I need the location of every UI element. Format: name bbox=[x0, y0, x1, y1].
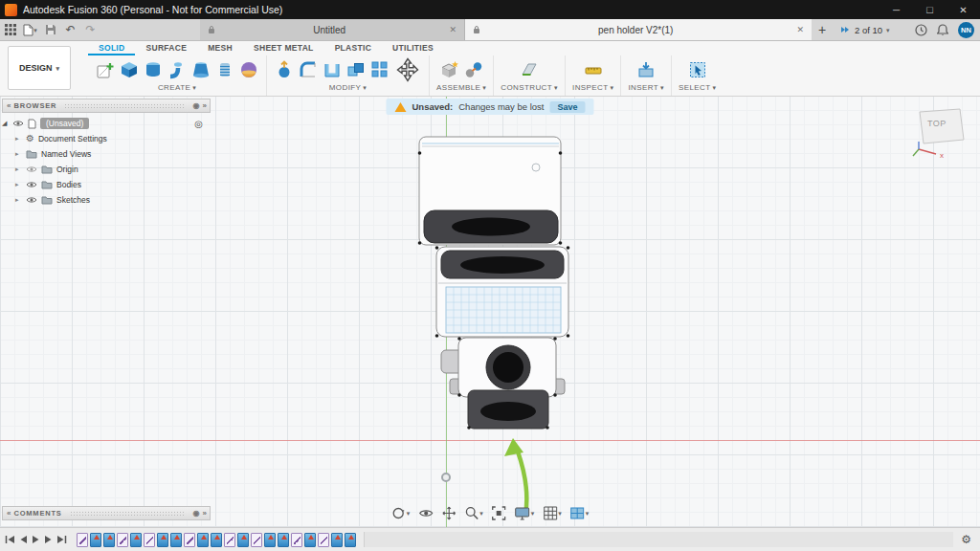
timeline-sketch-icon[interactable] bbox=[77, 533, 88, 547]
collapse-panel-icon[interactable]: « bbox=[7, 101, 10, 110]
construction-plane-icon[interactable] bbox=[519, 59, 540, 80]
browser-item-sketches[interactable]: ▸ Sketches bbox=[2, 192, 211, 208]
group-label-insert[interactable]: INSERT bbox=[628, 83, 664, 92]
view-cube[interactable]: x TOP bbox=[911, 105, 970, 161]
panel-options-icon[interactable]: ◉ bbox=[193, 101, 199, 110]
timeline-sketch-icon[interactable] bbox=[144, 533, 155, 547]
go-to-end-icon[interactable] bbox=[56, 535, 67, 544]
pattern-icon[interactable] bbox=[369, 59, 390, 80]
shell-icon[interactable] bbox=[322, 59, 343, 80]
browser-panel-header[interactable]: « BROWSER ◉ » bbox=[2, 99, 211, 113]
select-icon[interactable] bbox=[687, 59, 708, 80]
new-document-tab-button[interactable]: + bbox=[812, 19, 833, 40]
timeline-extrude-icon[interactable] bbox=[264, 533, 276, 547]
look-at-icon[interactable] bbox=[415, 507, 435, 519]
thread-icon[interactable] bbox=[214, 59, 235, 80]
play-icon[interactable] bbox=[32, 535, 40, 544]
expand-panel-icon[interactable]: » bbox=[203, 101, 206, 110]
visibility-eye-icon[interactable] bbox=[26, 165, 37, 173]
timeline-extrude-icon[interactable] bbox=[237, 533, 249, 547]
document-root-label[interactable]: (Unsaved) bbox=[40, 118, 89, 129]
expand-triangle-icon[interactable]: ◢ bbox=[2, 120, 9, 127]
group-label-create[interactable]: CREATE bbox=[158, 83, 196, 92]
expand-triangle-icon[interactable]: ▸ bbox=[15, 165, 22, 173]
timeline-extrude-icon[interactable] bbox=[211, 533, 222, 547]
viewports-icon[interactable] bbox=[568, 506, 592, 520]
new-component-icon[interactable] bbox=[439, 59, 460, 80]
group-label-modify[interactable]: MODIFY bbox=[329, 83, 367, 92]
expand-triangle-icon[interactable]: ▸ bbox=[15, 181, 22, 188]
user-avatar[interactable]: NN bbox=[958, 22, 974, 38]
loft-icon[interactable] bbox=[190, 59, 212, 80]
app-grid-icon[interactable] bbox=[0, 19, 20, 40]
browser-root-row[interactable]: ◢ (Unsaved) ◎ bbox=[2, 116, 211, 131]
tab-surface[interactable]: SURFACE bbox=[135, 40, 197, 55]
visibility-eye-icon[interactable] bbox=[12, 120, 24, 127]
timeline-extrude-icon[interactable] bbox=[331, 533, 343, 547]
workspace-selector-button[interactable]: DESIGN bbox=[8, 46, 71, 90]
display-settings-icon[interactable] bbox=[512, 506, 538, 521]
activate-component-icon[interactable]: ◎ bbox=[194, 119, 203, 129]
tab-utilities[interactable]: UTILITIES bbox=[382, 40, 444, 55]
save-icon[interactable] bbox=[40, 19, 60, 40]
timeline-extrude-icon[interactable] bbox=[157, 533, 168, 547]
document-limit-counter[interactable]: 2 of 10 bbox=[840, 25, 890, 35]
notifications-bell-icon[interactable] bbox=[937, 24, 948, 36]
timeline-sketch-icon[interactable] bbox=[318, 533, 329, 547]
tab-close-icon[interactable] bbox=[796, 25, 804, 34]
browser-item-named-views[interactable]: ▸ Named Views bbox=[2, 146, 211, 162]
close-icon[interactable] bbox=[947, 0, 980, 19]
group-label-inspect[interactable]: INSPECT bbox=[572, 83, 613, 92]
create-form-icon[interactable] bbox=[238, 59, 259, 80]
move-copy-icon[interactable] bbox=[393, 56, 422, 83]
comments-panel-header[interactable]: « COMMENTS ◉ » bbox=[2, 506, 211, 520]
visibility-eye-icon[interactable] bbox=[26, 181, 37, 188]
tab-mesh[interactable]: MESH bbox=[197, 40, 243, 55]
tab-close-icon[interactable] bbox=[449, 25, 457, 34]
timeline-extrude-icon[interactable] bbox=[103, 533, 115, 547]
minimize-icon[interactable] bbox=[880, 0, 913, 19]
orbit-icon[interactable] bbox=[389, 505, 413, 521]
grid-display-icon[interactable] bbox=[540, 505, 565, 521]
group-label-select[interactable]: SELECT bbox=[679, 83, 716, 92]
step-forward-icon[interactable] bbox=[44, 535, 53, 544]
viewport-canvas[interactable]: Unsaved: Changes may be lost Save « BROW… bbox=[0, 96, 980, 528]
timeline-extrude-icon[interactable] bbox=[130, 533, 142, 547]
panel-drag-grip[interactable] bbox=[70, 511, 186, 516]
tab-solid[interactable]: SOLID bbox=[88, 40, 135, 55]
panel-options-icon[interactable]: ◉ bbox=[193, 509, 199, 518]
expand-triangle-icon[interactable]: ▸ bbox=[15, 135, 22, 143]
timeline-extrude-icon[interactable] bbox=[197, 533, 209, 547]
revolve-icon[interactable] bbox=[143, 59, 164, 80]
timeline-extrude-icon[interactable] bbox=[278, 533, 289, 547]
clock-icon[interactable] bbox=[915, 24, 927, 36]
extrude-icon[interactable] bbox=[119, 59, 140, 80]
timeline-extrude-icon[interactable] bbox=[90, 533, 101, 547]
timeline-extrude-icon[interactable] bbox=[304, 533, 316, 547]
tab-sheet-metal[interactable]: SHEET METAL bbox=[243, 40, 324, 55]
panel-drag-grip[interactable] bbox=[64, 103, 185, 108]
measure-icon[interactable] bbox=[583, 59, 604, 80]
group-label-assemble[interactable]: ASSEMBLE bbox=[436, 83, 486, 92]
maximize-icon[interactable] bbox=[913, 0, 947, 19]
step-back-icon[interactable] bbox=[19, 535, 28, 544]
timeline-sketch-icon[interactable] bbox=[117, 533, 128, 547]
timeline-extrude-icon[interactable] bbox=[170, 533, 182, 547]
press-pull-icon[interactable] bbox=[274, 59, 295, 80]
browser-item-bodies[interactable]: ▸ Bodies bbox=[2, 177, 211, 192]
visibility-eye-icon[interactable] bbox=[26, 196, 37, 204]
save-button[interactable]: Save bbox=[549, 101, 585, 113]
group-label-construct[interactable]: CONSTRUCT bbox=[501, 83, 558, 92]
redo-icon[interactable]: ↷ bbox=[80, 19, 100, 40]
file-menu-icon[interactable] bbox=[20, 19, 40, 40]
create-sketch-icon[interactable] bbox=[95, 59, 116, 80]
insert-mesh-icon[interactable] bbox=[635, 59, 657, 80]
collapse-panel-icon[interactable]: « bbox=[7, 509, 10, 518]
document-tab-untitled[interactable]: Untitled bbox=[200, 19, 465, 40]
timeline-extrude-icon[interactable] bbox=[345, 533, 356, 547]
fillet-icon[interactable] bbox=[298, 59, 319, 80]
joint-icon[interactable] bbox=[463, 59, 484, 80]
expand-triangle-icon[interactable]: ▸ bbox=[15, 150, 22, 158]
sweep-icon[interactable] bbox=[167, 59, 188, 80]
zoom-icon[interactable] bbox=[461, 505, 486, 521]
